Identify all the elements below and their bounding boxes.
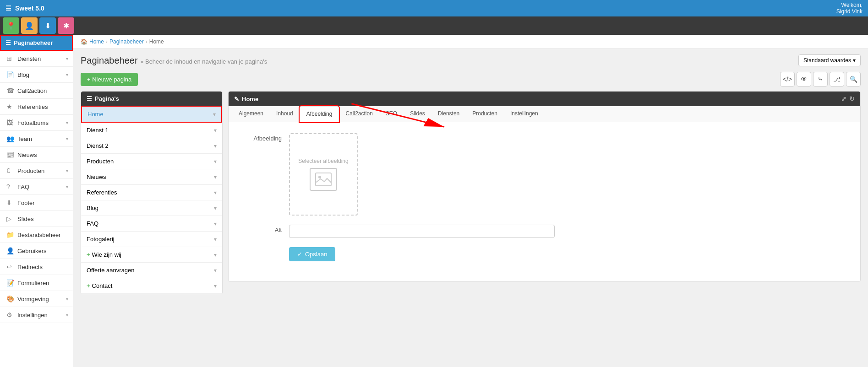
page-item-contact[interactable]: +Contact ▾ — [81, 278, 222, 294]
page-item-offerte[interactable]: Offerte aanvragen ▾ — [81, 263, 222, 278]
sidebar: ☰ Paginabeheer ⊞ Diensten ▾ 📄 Blog ▾ ☎ C… — [0, 35, 73, 367]
sidebar-label-faq: FAQ — [17, 184, 29, 190]
pages-panel-header: ☰ Pagina's — [81, 92, 222, 106]
tree-icon-btn[interactable]: ⎇ — [830, 72, 844, 86]
blog-icon: 📄 — [6, 71, 14, 78]
tab-content-afbeelding: Afbeelding Selecteer afbeelding — [229, 122, 860, 281]
code-icon-btn[interactable]: </> — [780, 72, 795, 86]
chevron-icon: ▾ — [214, 189, 217, 196]
page-item-fotogalerij[interactable]: Fotogalerij ▾ — [81, 232, 222, 247]
edit-icon: ✎ — [234, 96, 239, 103]
faq-icon: ? — [6, 183, 14, 190]
sidebar-label-team: Team — [17, 135, 32, 142]
page-item-referenties[interactable]: Referenties ▾ — [81, 185, 222, 200]
tab-instellingen[interactable]: Instellingen — [504, 106, 545, 122]
page-item-dienst1[interactable]: Dienst 1 ▾ — [81, 123, 222, 138]
edit-panel-header: ✎ Home ⤢ ↻ — [229, 92, 860, 106]
gebruikers-icon: 👤 — [6, 247, 14, 254]
plus-icon: + — [87, 251, 90, 258]
image-selector[interactable]: Selecteer afbeelding — [289, 133, 358, 216]
new-page-button[interactable]: + Nieuwe pagina — [81, 73, 138, 86]
sidebar-header[interactable]: ☰ Paginabeheer — [0, 35, 73, 51]
footer-icon: ⬇ — [6, 199, 14, 206]
sidebar-item-vormgeving[interactable]: 🎨 Vormgeving ▾ — [0, 291, 73, 307]
sidebar-item-gebruikers[interactable]: 👤 Gebruikers — [0, 243, 73, 259]
sidebar-item-nieuws[interactable]: 📰 Nieuws — [0, 147, 73, 163]
alt-input[interactable] — [289, 225, 555, 238]
arrow-icon: ▾ — [66, 120, 68, 125]
sidebar-label-footer: Footer — [17, 200, 35, 206]
user-btn[interactable]: 👤 — [21, 17, 38, 34]
edit-tabs: Algemeen Inhoud Afbeelding Call2action S… — [229, 106, 860, 122]
sidebar-label-formulieren: Formulieren — [17, 280, 49, 286]
sidebar-item-slides[interactable]: ▷ Slides — [0, 211, 73, 227]
tab-producten[interactable]: Producten — [466, 106, 504, 122]
tab-afbeelding[interactable]: Afbeelding — [300, 106, 339, 122]
arrow-icon: ▾ — [66, 56, 68, 61]
tab-diensten[interactable]: Diensten — [431, 106, 466, 122]
pages-panel: ☰ Pagina's Home ▾ Dienst 1 ▾ Dienst 2 ▾ … — [81, 91, 223, 294]
page-item-blog[interactable]: Blog ▾ — [81, 200, 222, 216]
svg-rect-2 — [316, 173, 331, 186]
save-button[interactable]: ✓ Opslaan — [289, 247, 335, 261]
expand-icon[interactable]: ⤢ — [841, 95, 846, 103]
refresh-icon[interactable]: ↻ — [849, 95, 855, 103]
afbeelding-label: Afbeelding — [243, 133, 289, 142]
page-item-dienst2[interactable]: Dienst 2 ▾ — [81, 138, 222, 154]
page-item-wie-zijn-wij[interactable]: +Wie zijn wij ▾ — [81, 247, 222, 263]
sidebar-item-faq[interactable]: ? FAQ ▾ — [0, 179, 73, 195]
svg-point-3 — [318, 176, 321, 178]
chevron-icon: ▾ — [214, 158, 217, 165]
share-icon-btn[interactable]: ⤷ — [813, 72, 828, 86]
sidebar-item-instellingen[interactable]: ⚙ Instellingen ▾ — [0, 307, 73, 323]
sidebar-label-diensten: Diensten — [17, 55, 41, 62]
menu-icon: ☰ — [5, 5, 11, 12]
chevron-icon: ▾ — [214, 283, 217, 289]
sidebar-item-diensten[interactable]: ⊞ Diensten ▾ — [0, 51, 73, 67]
standaard-waardes-dropdown[interactable]: Standaard waardes ▾ — [798, 54, 861, 66]
page-item-home[interactable]: Home ▾ — [81, 106, 222, 123]
top-bar: ☰ Sweet 5.0 Welkom, Sigrid Vink — [0, 0, 868, 16]
tab-seo[interactable]: SEO — [379, 106, 404, 122]
tab-slides[interactable]: Slides — [404, 106, 431, 122]
sidebar-item-call2action[interactable]: ☎ Call2action — [0, 83, 73, 99]
search-icon-btn[interactable]: 🔍 — [846, 72, 861, 86]
sidebar-label-redirects: Redirects — [17, 264, 43, 270]
team-icon: 👥 — [6, 135, 14, 142]
breadcrumb-sep1: › — [106, 38, 108, 45]
page-item-producten[interactable]: Producten ▾ — [81, 154, 222, 169]
sidebar-item-fotoalbums[interactable]: 🖼 Fotoalbums ▾ — [0, 115, 73, 131]
sidebar-item-formulieren[interactable]: 📝 Formulieren — [0, 275, 73, 291]
breadcrumb-home-icon: 🏠 — [81, 38, 87, 45]
image-placeholder-icon — [310, 168, 337, 191]
eye-icon-btn[interactable]: 👁 — [797, 72, 811, 86]
page-title-area: Paginabeheer » Beheer de inhoud en navig… — [81, 55, 267, 66]
sidebar-label-nieuws: Nieuws — [17, 151, 37, 158]
breadcrumb-section-link[interactable]: Paginabeheer — [109, 38, 144, 45]
page-item-nieuws[interactable]: Nieuws ▾ — [81, 169, 222, 185]
sidebar-item-producten[interactable]: € Producten ▾ — [0, 163, 73, 179]
breadcrumb-home-link[interactable]: Home — [89, 38, 104, 45]
map-btn[interactable]: 📍 — [3, 17, 19, 34]
sidebar-item-team[interactable]: 👥 Team ▾ — [0, 131, 73, 147]
page-item-faq[interactable]: FAQ ▾ — [81, 216, 222, 232]
sidebar-item-footer[interactable]: ⬇ Footer — [0, 195, 73, 211]
tab-inhoud[interactable]: Inhoud — [270, 106, 300, 122]
tab-algemeen[interactable]: Algemeen — [232, 106, 270, 122]
diensten-icon: ⊞ — [6, 55, 14, 62]
fotoalbums-icon: 🖼 — [6, 119, 14, 126]
sidebar-item-referenties[interactable]: ★ Referenties — [0, 99, 73, 115]
chevron-icon: ▾ — [213, 111, 216, 118]
producten-icon: € — [6, 167, 14, 174]
sidebar-label-instellingen: Instellingen — [17, 312, 48, 318]
chevron-icon: ▾ — [214, 221, 217, 227]
sidebar-item-redirects[interactable]: ↩ Redirects — [0, 259, 73, 275]
alt-row: Alt — [243, 225, 846, 238]
download-btn[interactable]: ⬇ — [39, 17, 56, 34]
sidebar-item-bestandsbeheer[interactable]: 📁 Bestandsbeheer — [0, 227, 73, 243]
two-col-layout: ☰ Pagina's Home ▾ Dienst 1 ▾ Dienst 2 ▾ … — [73, 91, 868, 302]
sidebar-item-blog[interactable]: 📄 Blog ▾ — [0, 67, 73, 83]
share-btn[interactable]: ✱ — [58, 17, 74, 34]
call2action-icon: ☎ — [6, 87, 14, 94]
tab-call2action[interactable]: Call2action — [339, 106, 379, 122]
